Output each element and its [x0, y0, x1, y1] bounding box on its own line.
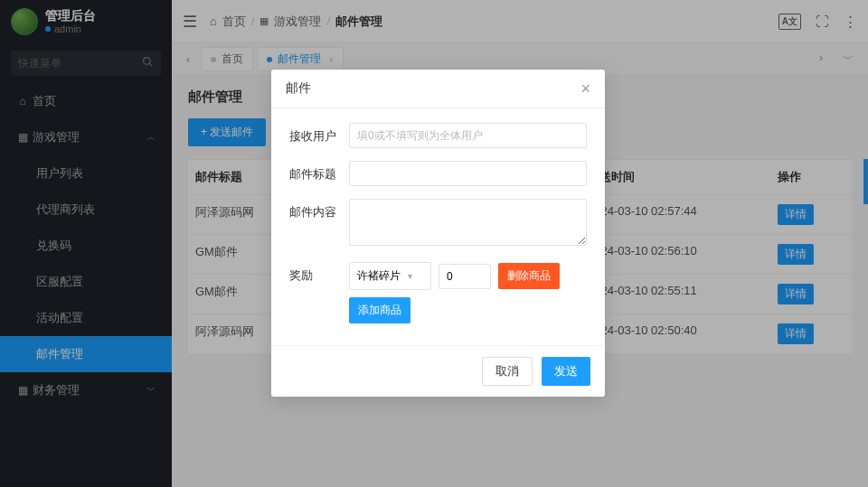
content-label: 邮件内容 [289, 199, 340, 220]
modal-title: 邮件 [286, 80, 311, 97]
delete-reward-button[interactable]: 删除商品 [498, 263, 560, 289]
chevron-down-icon: ▾ [408, 271, 412, 281]
recipient-label: 接收用户 [289, 123, 340, 145]
add-reward-button[interactable]: 添加商品 [349, 297, 410, 323]
close-icon[interactable]: × [580, 80, 590, 97]
subject-label: 邮件标题 [289, 161, 340, 183]
mail-modal: 邮件 × 接收用户 邮件标题 邮件内容 奖励 许褚碎片 ▾ [271, 70, 605, 397]
recipient-input[interactable] [349, 123, 587, 148]
send-button[interactable]: 发送 [542, 357, 590, 386]
reward-item-select[interactable]: 许褚碎片 ▾ [349, 262, 431, 290]
reward-qty-input[interactable] [439, 264, 491, 289]
cancel-button[interactable]: 取消 [482, 357, 533, 386]
subject-input[interactable] [349, 161, 587, 186]
content-textarea[interactable] [349, 199, 587, 246]
reward-label: 奖励 [289, 262, 340, 284]
